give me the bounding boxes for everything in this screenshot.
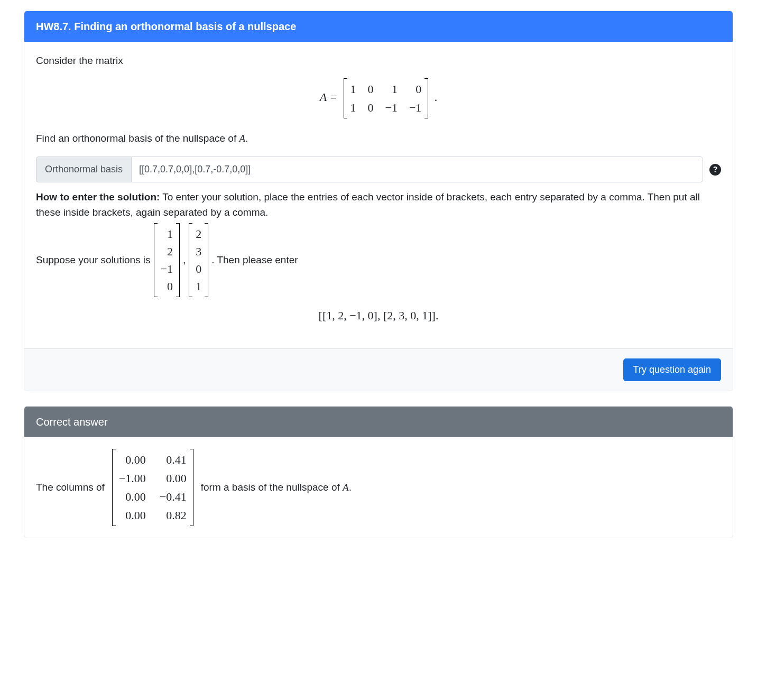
question-body: Consider the matrix A = 1 0 1 0 1 0 −1 [24,42,733,348]
comma-separator: , [183,253,186,268]
matrix-cell: 2 [161,243,173,260]
matrix-A-display: A = 1 0 1 0 1 0 −1 −1 [36,78,721,118]
question-footer: Try question again [24,348,733,391]
matrix-cell: 1 [350,80,356,98]
matrix-cell: 0.41 [160,451,187,468]
matrix-cell: 0 [368,80,374,98]
matrix-cell: 3 [196,243,201,260]
matrix-cell: 0.00 [119,488,146,505]
intro-text: Consider the matrix [36,53,721,69]
answer-text-after: form a basis of the nullspace of A. [201,480,352,495]
answer-input[interactable]: [[0.7,0.7,0,0],[0.7,-0.7,0,0]] [131,156,703,182]
matrix-A: 1 0 1 0 1 0 −1 −1 [344,78,429,118]
question-header: HW8.7. Finding an orthonormal basis of a… [24,11,733,42]
matrix-lhs: A = [320,90,337,104]
question-card: HW8.7. Finding an orthonormal basis of a… [24,11,733,391]
matrix-cell: −1.00 [119,469,146,487]
matrix-cell: −1 [385,99,398,116]
help-icon[interactable]: ? [709,164,721,176]
answer-text-before: The columns of [36,480,105,495]
try-again-button[interactable]: Try question again [623,358,721,381]
suppose-before: Suppose your solutions is [36,253,151,268]
matrix-cell: 0.00 [119,506,146,524]
answer-header: Correct answer [24,407,733,437]
suppose-after: . Then please enter [211,253,298,268]
howto-text: How to enter the solution: To enter your… [36,190,721,220]
matrix-cell: 0 [161,278,173,295]
answer-input-label: Orthonormal basis [36,156,131,182]
matrix-cell: −0.41 [160,488,187,505]
example-line: Suppose your solutions is 1 2 −1 0 , [36,223,721,297]
matrix-cell: 1 [161,225,173,243]
matrix-cell: 0.00 [119,451,146,468]
matrix-cell: 0 [368,99,374,116]
matrix-trailer: . [435,90,438,104]
matrix-cell: 0 [196,260,201,278]
matrix-cell: 0.82 [160,506,187,524]
matrix-cell: 1 [196,278,201,295]
matrix-cell: −1 [409,99,421,116]
answer-body: The columns of 0.00 0.41 −1.00 0.00 0.00… [24,437,733,538]
answer-input-row: Orthonormal basis [[0.7,0.7,0,0],[0.7,-0… [36,156,721,182]
answer-matrix: 0.00 0.41 −1.00 0.00 0.00 −0.41 0.00 0.8… [112,449,193,526]
matrix-cell: 1 [350,99,356,116]
answer-card: Correct answer The columns of 0.00 0.41 … [24,406,733,538]
matrix-cell: 1 [385,80,398,98]
example-vector-2: 2 3 0 1 [189,223,208,297]
matrix-cell: −1 [161,260,173,278]
matrix-cell: 2 [196,225,201,243]
matrix-cell: 0.00 [160,469,187,487]
prompt-text: Find an orthonormal basis of the nullspa… [36,131,721,146]
matrix-cell: 0 [409,80,421,98]
example-entry-display: [[1, 2, −1, 0], [2, 3, 0, 1]]. [36,307,721,324]
example-vector-1: 1 2 −1 0 [154,223,180,297]
